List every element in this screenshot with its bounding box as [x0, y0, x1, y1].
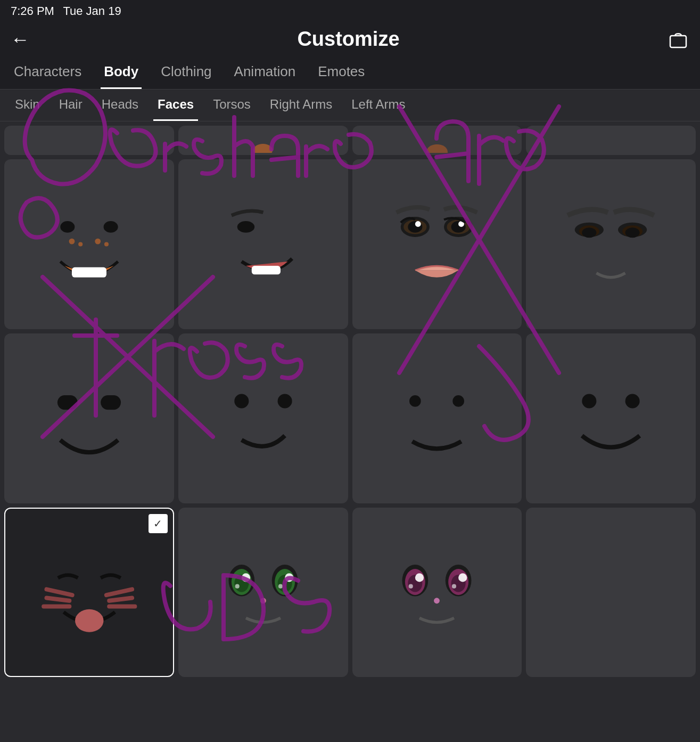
svg-point-40	[75, 609, 104, 632]
svg-point-31	[453, 395, 465, 407]
sub-tabs: Skin Hair Heads Faces Torsos Right Arms …	[0, 89, 700, 121]
tab-characters[interactable]: Characters	[11, 56, 85, 89]
svg-point-49	[285, 574, 293, 582]
main-tabs: Characters Body Clothing Animation Emote…	[0, 56, 700, 89]
status-bar: 7:26 PM Tue Jan 19	[0, 0, 700, 22]
subtab-torsos[interactable]: Torsos	[209, 89, 255, 121]
status-date: Tue Jan 19	[63, 4, 121, 18]
svg-point-51	[260, 598, 266, 604]
svg-rect-26	[57, 395, 78, 410]
svg-point-30	[409, 395, 421, 407]
svg-rect-9	[72, 267, 106, 278]
tab-body[interactable]: Body	[101, 56, 142, 89]
svg-point-7	[60, 221, 75, 233]
svg-point-6	[104, 242, 109, 246]
face-item-realistic-male[interactable]	[526, 159, 696, 329]
svg-line-34	[46, 590, 72, 596]
subtab-faces[interactable]: Faces	[153, 89, 198, 121]
face-item-empty[interactable]	[526, 508, 696, 678]
face-item-smirk[interactable]	[178, 159, 348, 329]
svg-point-56	[409, 584, 413, 589]
subtab-skin[interactable]: Skin	[11, 89, 44, 121]
svg-line-37	[106, 590, 131, 596]
face-item-smile-freckles[interactable]	[4, 159, 174, 329]
svg-point-33	[625, 394, 640, 408]
face-item-anime-blush[interactable]: ✓	[4, 508, 174, 678]
face-item-simple-smile[interactable]	[526, 333, 696, 503]
svg-point-8	[103, 221, 118, 233]
back-button[interactable]: ←	[11, 30, 30, 49]
svg-point-45	[235, 584, 239, 589]
top-bar: ← Customize	[0, 22, 700, 56]
svg-line-35	[46, 598, 69, 601]
svg-point-60	[459, 574, 467, 582]
svg-point-28	[234, 394, 249, 408]
svg-rect-0	[670, 36, 686, 47]
svg-point-55	[415, 574, 424, 582]
svg-rect-27	[101, 395, 121, 410]
face-item-partial-2[interactable]	[178, 126, 348, 155]
face-item-partial-4[interactable]	[526, 126, 696, 155]
face-item-simple-happy[interactable]	[4, 333, 174, 503]
face-item-partial-1[interactable]	[4, 126, 174, 155]
faces-grid: ✓	[0, 155, 700, 681]
svg-point-61	[452, 584, 456, 589]
status-time: 7:26 PM	[11, 4, 54, 18]
subtab-hair[interactable]: Hair	[55, 89, 87, 121]
face-item-realistic-female[interactable]	[352, 159, 522, 329]
svg-point-50	[278, 584, 283, 589]
subtab-right-arms[interactable]: Right Arms	[266, 89, 336, 121]
subtab-heads[interactable]: Heads	[97, 89, 143, 121]
page-title: Customize	[30, 28, 667, 51]
svg-point-44	[241, 574, 250, 582]
svg-point-62	[434, 598, 440, 604]
svg-point-3	[69, 239, 75, 244]
face-item-partial-3[interactable]	[352, 126, 522, 155]
face-item-simple-smirk[interactable]	[178, 333, 348, 503]
svg-point-15	[415, 221, 421, 227]
svg-point-32	[582, 394, 596, 408]
tab-animation[interactable]: Animation	[231, 56, 299, 89]
selected-checkmark: ✓	[149, 514, 168, 533]
svg-point-29	[277, 394, 292, 408]
face-item-anime-green[interactable]	[178, 508, 348, 678]
svg-point-22	[582, 227, 596, 238]
svg-line-38	[109, 598, 132, 601]
tab-emotes[interactable]: Emotes	[315, 56, 368, 89]
subtab-left-arms[interactable]: Left Arms	[347, 89, 409, 121]
svg-point-25	[625, 227, 640, 238]
partial-top-row	[0, 121, 700, 155]
svg-rect-11	[251, 266, 280, 274]
tab-clothing[interactable]: Clothing	[158, 56, 215, 89]
svg-point-10	[237, 221, 254, 233]
svg-point-5	[95, 239, 101, 244]
face-item-simple-neutral[interactable]	[352, 333, 522, 503]
face-item-anime-pink[interactable]	[352, 508, 522, 678]
svg-point-1	[253, 144, 273, 153]
svg-point-2	[426, 144, 448, 153]
cart-button[interactable]	[667, 28, 689, 51]
svg-point-4	[78, 242, 83, 246]
